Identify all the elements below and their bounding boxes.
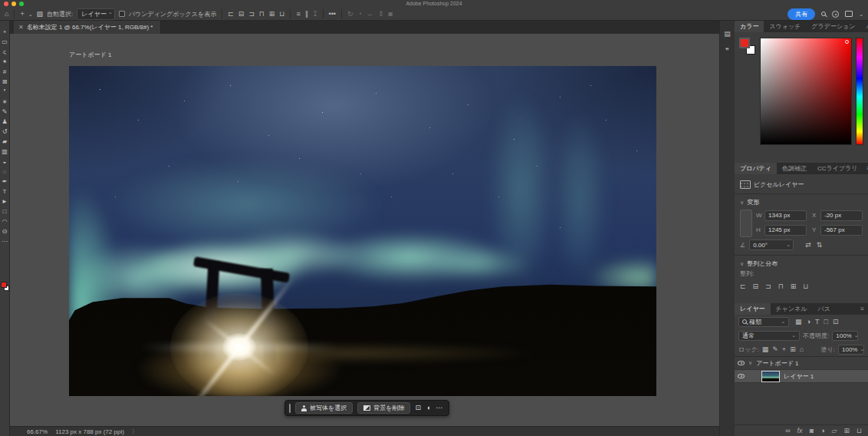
tab-gradients[interactable]: グラデーション — [806, 21, 860, 32]
document-canvas[interactable] — [69, 66, 656, 396]
filter-pixel-layers-icon[interactable]: ▦ — [795, 319, 802, 325]
flip-horizontal-icon[interactable]: ⇄ — [805, 241, 811, 249]
move-tool-active-icon[interactable]: + — [20, 11, 24, 18]
align-horizontal-centers-icon[interactable]: ⊟ — [753, 282, 759, 290]
align-left-edges-icon[interactable]: ⊏ — [740, 282, 746, 290]
filter-adjustment-layers-icon[interactable]: ◑ — [807, 319, 810, 325]
align-vertical-centers-icon[interactable]: ⊞ — [791, 282, 797, 290]
align-right-edges-icon[interactable]: ⊐ — [248, 11, 255, 18]
remove-background-button[interactable]: 背景を削除 — [357, 402, 410, 414]
flip-vertical-icon[interactable]: ⇅ — [817, 241, 823, 249]
align-right-edges-icon[interactable]: ⊐ — [765, 282, 771, 290]
eraser-tool-icon[interactable]: ▰ — [2, 137, 7, 147]
link-layers-icon[interactable]: ∞ — [785, 428, 790, 434]
tab-layers[interactable]: レイヤー — [735, 303, 771, 315]
type-tool-icon[interactable]: T — [3, 187, 7, 197]
workspace-chevron-icon[interactable]: ⌄ — [859, 12, 863, 17]
frame-tool-icon[interactable]: ⊠ — [2, 77, 8, 87]
align-horizontal-centers-icon[interactable]: ⊟ — [238, 11, 245, 18]
layer-mask-icon[interactable]: ◙ — [810, 428, 814, 434]
width-field[interactable]: 1343 px — [764, 210, 807, 221]
dolly-3d-icon[interactable]: ⇕ — [378, 11, 384, 18]
filter-type-layers-icon[interactable]: T — [815, 319, 820, 325]
distribute-horizontal-icon[interactable]: ∥ — [305, 11, 309, 18]
clone-stamp-tool-icon[interactable]: ♟ — [2, 117, 7, 127]
updates-icon[interactable] — [832, 11, 839, 18]
artboard-label[interactable]: アートボード 1 — [69, 51, 111, 59]
layer-effects-icon[interactable]: fx — [797, 428, 803, 434]
foreground-background-swatch[interactable] — [1, 282, 9, 291]
align-top-edges-icon[interactable]: ⊓ — [778, 282, 784, 290]
drag-handle-icon[interactable] — [289, 404, 291, 413]
transform-reference-icon[interactable] — [740, 210, 752, 237]
foreground-color-swatch[interactable] — [1, 282, 7, 288]
adjustments-icon[interactable]: ◐ — [427, 405, 431, 411]
distribute-vertical-icon[interactable]: ≡ — [296, 11, 300, 18]
layer-name[interactable]: レイヤー 1 — [784, 372, 814, 381]
height-field[interactable]: 1245 px — [764, 225, 807, 236]
panel-menu-icon[interactable]: ≡ — [863, 163, 868, 174]
angle-dropdown[interactable]: 0.00° ⌄ — [749, 239, 794, 250]
hand-tool-icon[interactable]: ◠ — [2, 216, 8, 226]
y-field[interactable]: -567 px — [820, 225, 863, 236]
edit-toolbar-icon[interactable]: ⋯ — [2, 236, 8, 246]
lock-all-icon[interactable]: ⌂ — [800, 346, 804, 353]
lock-position-icon[interactable]: + — [782, 346, 786, 353]
select-subject-button[interactable]: 被写体を選択 — [295, 402, 353, 414]
color-panel-fgbg-swatch[interactable] — [739, 38, 756, 56]
adjustment-layer-icon[interactable]: ◑ — [820, 428, 824, 434]
align-bottom-edges-icon[interactable]: ⊔ — [803, 282, 808, 290]
lock-image-pixels-icon[interactable]: ✎ — [772, 346, 778, 353]
layer-name[interactable]: アートボード 1 — [756, 359, 798, 368]
filter-shape-layers-icon[interactable]: □ — [824, 319, 827, 325]
tab-swatches[interactable]: スウォッチ — [764, 21, 806, 32]
tab-properties[interactable]: プロパティ — [735, 163, 777, 174]
new-layer-icon[interactable]: ⊞ — [843, 428, 850, 434]
marquee-tool-icon[interactable]: ▭ — [2, 37, 8, 47]
filter-smart-objects-icon[interactable]: ⊡ — [833, 319, 839, 325]
visibility-eye-icon[interactable] — [738, 374, 745, 378]
x-field[interactable]: -20 px — [820, 210, 863, 221]
more-options-icon[interactable]: ⋯ — [436, 405, 442, 411]
tool-preset-icon[interactable]: ▨ — [37, 11, 44, 18]
tab-color[interactable]: カラー — [735, 21, 764, 32]
crop-icon[interactable]: ⊡ — [415, 405, 421, 411]
status-chevron-icon[interactable]: 〉 — [132, 428, 138, 436]
healing-brush-tool-icon[interactable]: ∗ — [2, 97, 8, 107]
color-picker-handle[interactable] — [845, 40, 849, 44]
workspace-switcher-icon[interactable] — [845, 11, 853, 17]
align-section-header[interactable]: ∨ 整列と分布 — [740, 258, 863, 269]
align-bottom-edges-icon[interactable]: ⊔ — [279, 11, 284, 18]
align-vertical-centers-icon[interactable]: ⊞ — [269, 11, 275, 18]
zoom-tool-icon[interactable]: ʘ — [2, 226, 7, 236]
align-top-edges-icon[interactable]: ⊓ — [259, 11, 265, 18]
crop-tool-icon[interactable]: # — [3, 67, 6, 77]
more-align-options-icon[interactable]: ••• — [329, 11, 336, 18]
blend-mode-dropdown[interactable]: 通常 ⌄ — [738, 331, 800, 341]
chevron-expand-icon[interactable]: ∨ — [748, 360, 752, 366]
tab-paths[interactable]: パス — [813, 303, 836, 315]
quick-selection-tool-icon[interactable]: ✶ — [2, 57, 8, 67]
rotate-view-icon[interactable]: ↻ — [347, 11, 353, 18]
history-panel-icon[interactable]: ▤ — [724, 30, 731, 38]
opacity-dropdown[interactable]: 100% ⌄ — [832, 331, 858, 341]
orbit-3d-icon[interactable]: ◔ — [358, 11, 362, 18]
dodge-tool-icon[interactable]: ◌ — [3, 167, 7, 177]
move-tool-icon[interactable]: + — [3, 27, 7, 37]
pan-3d-icon[interactable]: ↔ — [367, 11, 373, 18]
align-left-edges-icon[interactable]: ⊏ — [228, 11, 234, 18]
document-tab[interactable]: ✕ 名称未設定 1 @ 66.7%(レイヤー 1, RGB/8#) * — [14, 21, 161, 34]
share-button[interactable]: 共有 — [787, 8, 815, 20]
layer-group-icon[interactable]: ▱ — [832, 428, 837, 434]
bounding-box-checkbox[interactable] — [119, 11, 125, 17]
comments-panel-icon[interactable]: ❞ — [725, 47, 729, 54]
brush-tool-icon[interactable]: ✎ — [2, 107, 8, 117]
camera-icon[interactable]: ◙ — [389, 11, 393, 18]
tab-channels[interactable]: チャンネル — [771, 303, 813, 315]
transform-section-header[interactable]: ∨ 変形 — [740, 197, 863, 208]
pen-tool-icon[interactable]: ✒ — [2, 177, 8, 187]
layer-row-artboard[interactable]: ∨ アートボード 1 — [735, 357, 868, 370]
delete-layer-icon[interactable]: ⊔ — [856, 428, 862, 434]
panel-menu-icon[interactable]: ≡ — [856, 303, 868, 315]
visibility-eye-icon[interactable] — [738, 361, 745, 365]
